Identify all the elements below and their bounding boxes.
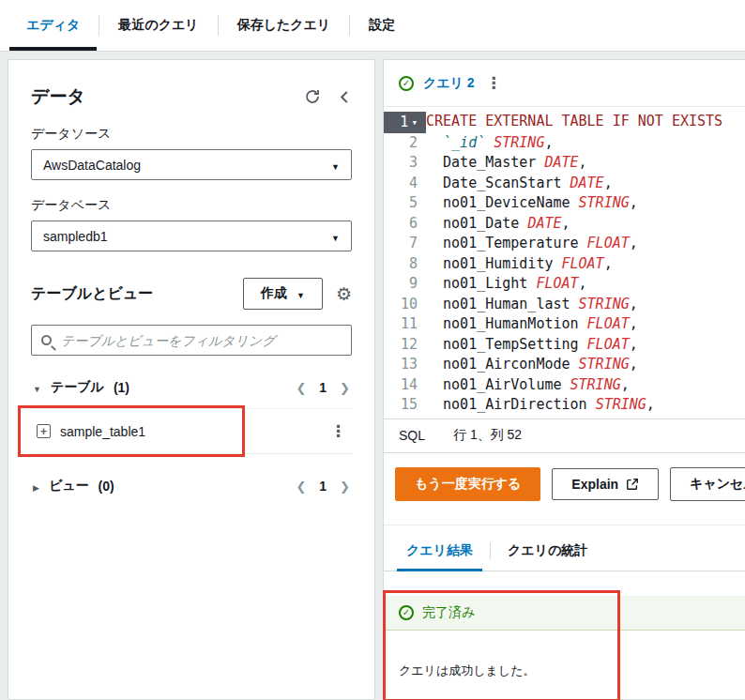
line-number: 11 — [384, 314, 426, 335]
line-number: 7 — [384, 234, 426, 254]
line-number: 4 — [384, 174, 426, 194]
page-prev-icon[interactable]: ❮ — [296, 382, 306, 394]
section-collapsed-icon[interactable] — [33, 479, 39, 494]
code-line[interactable]: 6 no01_Date DATE, — [384, 214, 745, 235]
code-text: no01_TempSetting FLOAT, — [426, 335, 638, 356]
code-text: `_id` STRING, — [426, 133, 553, 154]
gear-icon[interactable] — [336, 283, 352, 305]
views-page-number: 1 — [319, 479, 327, 494]
line-number: 3 — [384, 153, 426, 174]
section-expanded-icon[interactable] — [33, 380, 41, 395]
code-line[interactable]: 9 no01_Light FLOAT, — [384, 274, 745, 295]
code-text: Date_Master DATE, — [426, 153, 587, 174]
code-token: CREATE EXTERNAL TABLE IF NOT EXISTS — [426, 113, 722, 129]
code-line[interactable]: 5 no01_DeviceName STRING, — [384, 193, 745, 214]
code-line[interactable]: 12 no01_TempSetting FLOAT, — [384, 335, 745, 356]
line-number: 9 — [384, 274, 426, 295]
code-token: , — [646, 396, 655, 413]
main-content: データ データソース AwsDataCatalog データ — [0, 52, 745, 700]
top-tab-bar: エディタ 最近のクエリ 保存したクエリ 設定 — [0, 0, 745, 52]
query-tab-header: クエリ 2 — [384, 60, 745, 107]
code-token: no01_TempSetting — [426, 336, 587, 353]
code-line[interactable]: 8 no01_Humidity FLOAT, — [384, 254, 745, 275]
page-next-icon[interactable]: ❯ — [340, 382, 350, 394]
database-label: データベース — [31, 197, 352, 214]
editor-language: SQL — [399, 428, 425, 443]
code-line[interactable]: 15 no01_AirDirection STRING, — [384, 395, 745, 416]
code-token: DATE — [527, 215, 561, 232]
tables-page-number: 1 — [319, 380, 327, 395]
table-filter-input[interactable] — [59, 332, 342, 349]
sql-editor[interactable]: 1CREATE EXTERNAL TABLE IF NOT EXISTS2 `_… — [384, 107, 745, 418]
query-success-check-icon — [399, 76, 414, 91]
code-line[interactable]: 11 no01_HumanMotion FLOAT, — [384, 314, 745, 335]
fold-arrow-icon[interactable] — [411, 112, 418, 133]
code-token: , — [621, 376, 630, 393]
explain-button[interactable]: Explain — [552, 468, 659, 500]
code-line[interactable]: 14 no01_AirVolume STRING, — [384, 375, 745, 396]
tables-section-header[interactable]: テーブル (1) ❮ 1 ❯ — [31, 374, 352, 401]
views-section-header[interactable]: ビュー (0) ❮ 1 ❯ — [31, 473, 352, 499]
code-line[interactable]: 4 Date_ScanStart DATE, — [384, 174, 745, 194]
views-section-count: (0) — [99, 479, 114, 494]
create-button[interactable]: 作成 — [243, 278, 323, 310]
code-token: , — [630, 235, 638, 251]
collapse-panel-icon[interactable] — [338, 90, 352, 104]
database-select[interactable]: sampledb1 — [31, 221, 352, 251]
code-line[interactable]: 7 no01_Temperature FLOAT, — [384, 234, 745, 254]
code-text: no01_AirDirection STRING, — [426, 395, 655, 416]
code-token: no01_Humidity — [426, 255, 562, 272]
datasource-select[interactable]: AwsDataCatalog — [31, 149, 352, 180]
expand-table-icon[interactable] — [37, 424, 51, 438]
page-next-icon[interactable]: ❯ — [340, 480, 350, 493]
code-text: CREATE EXTERNAL TABLE IF NOT EXISTS — [426, 112, 722, 133]
line-number: 8 — [384, 254, 426, 275]
refresh-icon[interactable] — [304, 88, 321, 105]
table-actions-kebab-icon[interactable] — [330, 421, 346, 441]
code-text: no01_Humidity FLOAT, — [426, 254, 613, 275]
table-row-sample-table1[interactable]: sample_table1 — [31, 408, 352, 454]
code-token: FLOAT — [536, 275, 578, 292]
code-token: STRING — [579, 194, 630, 211]
cursor-position: 行 1、列 52 — [453, 427, 522, 444]
code-line[interactable]: 1CREATE EXTERNAL TABLE IF NOT EXISTS — [384, 112, 745, 133]
run-again-button[interactable]: もう一度実行する — [395, 467, 540, 501]
code-token: , — [630, 194, 638, 211]
code-lines: 1CREATE EXTERNAL TABLE IF NOT EXISTS2 `_… — [384, 112, 745, 416]
cancel-button[interactable]: キャンセル — [670, 467, 745, 501]
code-token: , — [604, 175, 613, 191]
code-token: STRING — [579, 296, 630, 312]
query-tab-kebab-icon[interactable] — [486, 73, 502, 93]
code-token: no01_DeviceName — [426, 194, 579, 211]
athena-query-editor-window: エディタ 最近のクエリ 保存したクエリ 設定 データ — [0, 0, 745, 700]
tab-query-stats[interactable]: クエリの統計 — [494, 531, 601, 571]
code-text: no01_Temperature FLOAT, — [426, 234, 638, 254]
code-token: no01_Light — [426, 275, 536, 292]
tab-editor[interactable]: エディタ — [8, 0, 99, 51]
page-prev-icon[interactable]: ❮ — [296, 480, 306, 493]
views-section-label: ビュー — [49, 478, 89, 495]
code-token: STRING — [494, 134, 544, 151]
results-section: クエリ結果 クエリの統計 完了済み クエリは成功しました。 — [384, 525, 745, 698]
code-token: FLOAT — [587, 235, 630, 251]
code-line[interactable]: 10 no01_Human_last STRING, — [384, 295, 745, 315]
tab-saved-queries[interactable]: 保存したクエリ — [219, 0, 350, 51]
code-line[interactable]: 13 no01_AirconMode STRING, — [384, 355, 745, 375]
table-name: sample_table1 — [60, 424, 145, 439]
query-status-label: 完了済み — [422, 604, 475, 621]
tab-recent-queries[interactable]: 最近のクエリ — [99, 0, 217, 51]
chevron-down-icon — [331, 229, 340, 244]
code-line[interactable]: 3 Date_Master DATE, — [384, 153, 745, 174]
line-number: 1 — [384, 112, 426, 133]
database-value: sampledb1 — [43, 229, 108, 244]
tab-query-results[interactable]: クエリ結果 — [393, 531, 486, 571]
external-link-icon — [626, 478, 639, 491]
datasource-label: データソース — [31, 126, 352, 143]
code-text: Date_ScanStart DATE, — [426, 174, 613, 194]
query-panel: クエリ 2 1CREATE EXTERNAL TABLE IF NOT EXIS… — [383, 59, 745, 700]
tab-settings[interactable]: 設定 — [350, 0, 414, 51]
code-line[interactable]: 2 `_id` STRING, — [384, 133, 745, 154]
query-tab-label[interactable]: クエリ 2 — [423, 75, 475, 92]
results-status-area: 完了済み クエリは成功しました。 — [384, 596, 745, 698]
code-token: , — [630, 356, 638, 373]
